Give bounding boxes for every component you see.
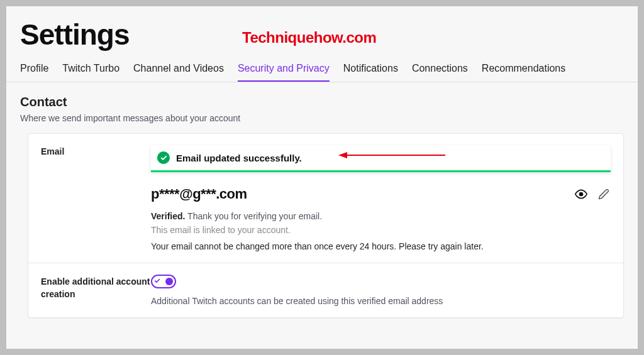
eye-icon <box>575 188 587 200</box>
check-circle-icon <box>157 151 170 164</box>
additional-account-row: Enable additional account creation Addit… <box>28 263 623 317</box>
verified-line: Verified. Thank you for verifying your e… <box>151 211 611 221</box>
svg-marker-1 <box>338 152 347 158</box>
tab-security-privacy[interactable]: Security and Privacy <box>238 58 330 82</box>
tab-connections[interactable]: Connections <box>412 58 468 82</box>
edit-email-button[interactable] <box>597 187 611 201</box>
verified-text: Thank you for verifying your email. <box>185 211 322 221</box>
toggle-check-icon <box>154 278 160 285</box>
alert-text: Email updated successfully. <box>176 153 302 163</box>
verified-label: Verified. <box>151 211 185 221</box>
additional-desc: Additional Twitch accounts can be create… <box>151 296 611 306</box>
svg-point-2 <box>580 193 583 196</box>
settings-page: Techniquehow.com Settings Profile Twitch… <box>6 6 638 349</box>
additional-label: Enable additional account creation <box>41 275 151 306</box>
section-title: Contact <box>6 82 638 113</box>
email-value-row: p****@g***.com <box>151 186 611 202</box>
email-value: p****@g***.com <box>151 186 247 202</box>
annotation-arrow-icon <box>338 151 445 160</box>
email-actions <box>574 187 611 201</box>
success-alert: Email updated successfully. <box>151 145 611 172</box>
cooldown-text: Your email cannot be changed more than o… <box>151 241 611 251</box>
contact-card: Email Email updated successfully. p****@… <box>28 133 624 318</box>
toggle-knob <box>165 278 173 285</box>
watermark-text: Techniquehow.com <box>242 29 376 46</box>
settings-tabs: Profile Twitch Turbo Channel and Videos … <box>6 58 638 82</box>
linked-text: This email is linked to your account. <box>151 225 611 235</box>
additional-toggle[interactable] <box>151 275 176 288</box>
tab-profile[interactable]: Profile <box>20 58 48 82</box>
tab-recommendations[interactable]: Recommendations <box>482 58 565 82</box>
section-desc: Where we send important messages about y… <box>6 113 638 133</box>
tab-channel-videos[interactable]: Channel and Videos <box>133 58 224 82</box>
email-label: Email <box>41 145 151 251</box>
tab-twitch-turbo[interactable]: Twitch Turbo <box>62 58 119 82</box>
pencil-icon <box>598 188 609 200</box>
email-row: Email Email updated successfully. p****@… <box>28 134 623 263</box>
reveal-email-button[interactable] <box>574 187 588 201</box>
tab-notifications[interactable]: Notifications <box>343 58 398 82</box>
